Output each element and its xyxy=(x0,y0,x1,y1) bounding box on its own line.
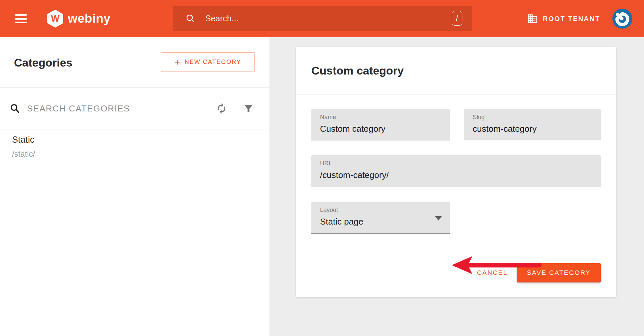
cancel-button[interactable]: CANCEL xyxy=(472,266,512,280)
category-title: Static xyxy=(12,135,269,145)
slug-label: Slug xyxy=(473,114,601,121)
tenant-label: ROOT TENANT xyxy=(543,15,600,23)
filter-icon xyxy=(243,103,254,114)
url-field[interactable]: URL xyxy=(311,155,601,187)
category-url: /static/ xyxy=(12,149,269,159)
search-categories-input[interactable] xyxy=(27,103,193,114)
refresh-icon xyxy=(216,103,227,114)
url-input[interactable] xyxy=(320,170,578,180)
slug-input xyxy=(473,124,590,134)
categories-search-row xyxy=(0,88,269,129)
name-label: Name xyxy=(320,114,450,121)
plus-icon: + xyxy=(175,58,180,67)
top-app-bar: W webiny / ROOT TENANT xyxy=(0,0,644,37)
list-header: Categories + NEW CATEGORY xyxy=(0,37,269,87)
webiny-wordmark: webiny xyxy=(68,12,110,26)
new-category-button[interactable]: + NEW CATEGORY xyxy=(161,52,255,72)
webiny-logo-letter: W xyxy=(51,14,59,24)
url-label: URL xyxy=(320,160,601,167)
hamburger-menu-icon[interactable] xyxy=(15,14,27,23)
tenant-selector[interactable]: ROOT TENANT xyxy=(527,0,600,37)
name-field[interactable]: Name xyxy=(311,109,450,140)
global-search-bar[interactable]: / xyxy=(173,6,472,31)
form-footer: CANCEL SAVE CATEGORY xyxy=(296,248,616,297)
form-title: Custom category xyxy=(311,64,404,77)
layout-select[interactable]: Layout Static page xyxy=(311,202,450,234)
save-category-button[interactable]: SAVE CATEGORY xyxy=(517,263,601,282)
refresh-button[interactable] xyxy=(214,100,230,116)
details-area: Custom category Name Slug URL Layout Sta… xyxy=(269,37,644,336)
building-icon xyxy=(527,13,538,24)
name-input[interactable] xyxy=(320,124,439,134)
user-avatar[interactable] xyxy=(612,8,633,29)
category-form-card: Custom category Name Slug URL Layout Sta… xyxy=(296,47,616,297)
layout-selected-value: Static page xyxy=(320,217,439,227)
slug-field: Slug xyxy=(464,109,601,140)
form-fields: Name Slug URL Layout Static page xyxy=(296,94,616,248)
form-header: Custom category xyxy=(296,47,616,94)
search-icon xyxy=(9,103,21,114)
filter-button[interactable] xyxy=(241,100,256,116)
page-title: Categories xyxy=(14,56,73,69)
search-icon xyxy=(185,13,195,23)
new-category-label: NEW CATEGORY xyxy=(185,59,241,66)
category-list-item[interactable]: Static /static/ xyxy=(0,129,269,165)
categories-list-panel: Categories + NEW CATEGORY Static /static… xyxy=(0,37,269,336)
chevron-down-icon xyxy=(435,216,442,221)
webiny-logo-hexagon-icon: W xyxy=(47,10,63,28)
webiny-logo[interactable]: W webiny xyxy=(47,0,110,37)
keyboard-shortcut-badge: / xyxy=(452,11,462,26)
layout-label: Layout xyxy=(320,207,450,214)
global-search-input[interactable] xyxy=(205,14,452,23)
